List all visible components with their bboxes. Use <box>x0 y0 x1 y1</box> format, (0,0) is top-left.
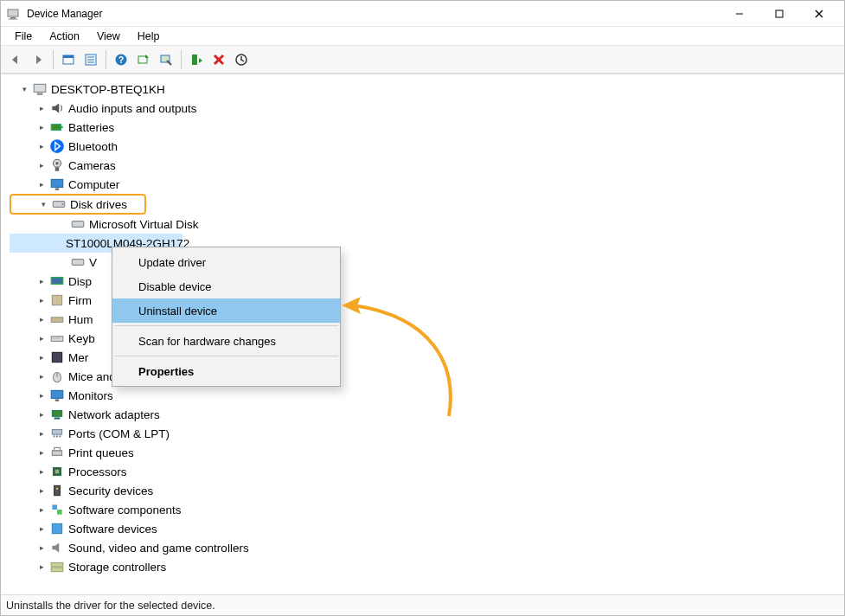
tree-item-monitors[interactable]: ▸ Monitors <box>10 386 844 405</box>
help-button[interactable]: ? <box>110 48 132 71</box>
context-menu: Update driver Disable device Uninstall d… <box>112 247 341 387</box>
svg-point-57 <box>56 488 58 490</box>
display-adapter-icon <box>49 274 65 288</box>
context-properties[interactable]: Properties <box>112 359 340 383</box>
tree-item-security[interactable]: ▸ Security devices <box>10 481 844 500</box>
svg-rect-44 <box>51 390 63 398</box>
scan-button[interactable] <box>155 48 177 71</box>
tree-item-cameras[interactable]: ▸ Cameras <box>10 156 844 175</box>
refresh-button[interactable] <box>230 48 253 71</box>
tree-item-storage-controllers[interactable]: ▸ Storage controllers <box>10 557 844 576</box>
expand-icon[interactable]: ▸ <box>35 524 48 533</box>
context-update-driver[interactable]: Update driver <box>112 250 340 274</box>
menu-view[interactable]: View <box>88 29 129 44</box>
expand-icon[interactable]: ▸ <box>35 410 48 419</box>
device-manager-window: Device Manager File Action View Help ? <box>0 0 845 616</box>
menu-file[interactable]: File <box>6 29 41 44</box>
back-button[interactable] <box>4 48 27 71</box>
expand-icon[interactable]: ▸ <box>35 123 48 132</box>
expand-icon[interactable]: ▸ <box>35 296 48 305</box>
expand-icon[interactable]: ▸ <box>35 448 48 457</box>
context-scan-hardware[interactable]: Scan for hardware changes <box>112 329 340 353</box>
mouse-icon <box>49 369 65 383</box>
expand-icon[interactable]: ▸ <box>35 277 48 286</box>
tree-item-label: Security devices <box>68 484 153 497</box>
tree-item-label: Disp <box>68 275 92 288</box>
context-disable-device[interactable]: Disable device <box>112 274 340 298</box>
menubar: File Action View Help <box>1 27 844 46</box>
context-uninstall-device[interactable]: Uninstall device <box>112 298 340 323</box>
tree-item-batteries[interactable]: ▸ Batteries <box>10 118 844 137</box>
component-icon <box>49 503 65 517</box>
svg-rect-38 <box>51 318 63 323</box>
expand-icon[interactable]: ▸ <box>35 543 48 552</box>
app-icon <box>6 7 20 21</box>
close-button[interactable] <box>799 1 839 27</box>
collapse-icon[interactable]: ▾ <box>37 200 49 209</box>
svg-rect-0 <box>8 10 18 16</box>
properties-button[interactable] <box>80 48 102 71</box>
tree-item-disk-child[interactable]: ▸ Microsoft Virtual Disk <box>10 215 844 234</box>
forward-button[interactable] <box>27 48 49 71</box>
expand-icon[interactable]: ▸ <box>35 505 48 514</box>
tree-item-label: Sound, video and game controllers <box>68 542 249 555</box>
disk-icon <box>51 197 67 211</box>
tree-item-network[interactable]: ▸ Network adapters <box>10 405 844 424</box>
tree-item-software-components[interactable]: ▸ Software components <box>10 500 844 519</box>
expand-icon[interactable]: ▸ <box>35 372 48 381</box>
svg-rect-53 <box>54 447 61 450</box>
update-driver-button[interactable] <box>132 48 155 71</box>
uninstall-button[interactable] <box>208 48 230 71</box>
expand-icon[interactable]: ▸ <box>35 486 48 495</box>
expand-icon[interactable]: ▸ <box>35 104 48 112</box>
tree-item-label: Software components <box>68 504 182 517</box>
svg-rect-36 <box>51 278 63 285</box>
expand-icon[interactable]: ▸ <box>35 562 48 571</box>
cpu-icon <box>49 465 65 478</box>
tree-root[interactable]: ▾ DESKTOP-BTEQ1KH <box>10 80 844 99</box>
menu-action[interactable]: Action <box>41 29 88 44</box>
svg-rect-56 <box>54 485 61 495</box>
maximize-button[interactable] <box>759 1 799 27</box>
expand-icon[interactable]: ▸ <box>35 334 48 343</box>
tree-item-label: Audio inputs and outputs <box>68 102 197 115</box>
svg-rect-17 <box>192 55 197 65</box>
tree-item-print-queues[interactable]: ▸ Print queues <box>10 443 844 462</box>
expand-icon[interactable]: ▸ <box>35 467 48 476</box>
expand-icon[interactable]: ▸ <box>35 353 48 362</box>
expand-icon[interactable]: ▸ <box>35 391 48 400</box>
svg-rect-41 <box>52 352 61 362</box>
camera-icon <box>49 158 65 172</box>
show-hidden-button[interactable] <box>57 48 80 71</box>
expand-icon[interactable]: ▸ <box>35 429 48 438</box>
tree-item-sound[interactable]: ▸ Sound, video and game controllers <box>10 538 844 557</box>
expand-icon[interactable]: ▸ <box>35 315 48 324</box>
statusbar: Uninstalls the driver for the selected d… <box>1 594 844 615</box>
svg-point-50 <box>56 435 58 437</box>
minimize-button[interactable] <box>720 1 759 27</box>
tree-item-label: Disk drives <box>70 198 127 211</box>
collapse-icon[interactable]: ▾ <box>18 85 30 93</box>
svg-rect-59 <box>57 510 62 515</box>
svg-rect-23 <box>51 125 61 131</box>
svg-rect-30 <box>55 189 60 190</box>
tree-item-bluetooth[interactable]: ▸ Bluetooth <box>10 137 844 156</box>
window-title: Device Manager <box>27 8 720 20</box>
tree-item-audio[interactable]: ▸ Audio inputs and outputs <box>10 99 844 118</box>
expand-icon[interactable]: ▸ <box>35 180 48 189</box>
tree-item-disk-drives[interactable]: ▾ Disk drives <box>10 194 146 215</box>
svg-point-51 <box>59 435 61 437</box>
tree-item-software-devices[interactable]: ▸ Software devices <box>10 519 844 538</box>
add-legacy-button[interactable] <box>185 48 208 71</box>
tree-root-label: DESKTOP-BTEQ1KH <box>51 83 165 96</box>
hid-icon <box>49 312 65 326</box>
printer-icon <box>49 446 65 459</box>
tree-item-computer[interactable]: ▸ Computer <box>10 175 844 194</box>
svg-point-32 <box>61 203 63 205</box>
svg-rect-33 <box>72 221 84 228</box>
expand-icon[interactable]: ▸ <box>35 142 48 151</box>
expand-icon[interactable]: ▸ <box>35 161 48 170</box>
menu-help[interactable]: Help <box>129 29 169 44</box>
tree-item-processors[interactable]: ▸ Processors <box>10 462 844 481</box>
tree-item-ports[interactable]: ▸ Ports (COM & LPT) <box>10 424 844 443</box>
